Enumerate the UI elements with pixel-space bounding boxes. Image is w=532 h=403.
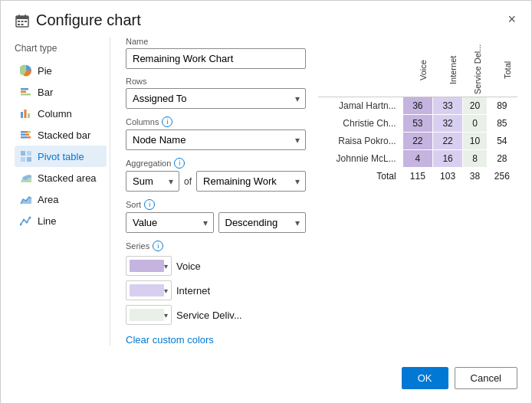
svg-rect-20 bbox=[21, 136, 27, 139]
svg-rect-10 bbox=[21, 91, 26, 93]
chart-type-stacked-bar-label: Stacked bar bbox=[38, 129, 90, 141]
svg-rect-6 bbox=[25, 21, 27, 22]
pivot-col-internet: Internet bbox=[432, 43, 462, 97]
chart-type-stacked-bar[interactable]: Stacked bar bbox=[15, 124, 107, 146]
cell-internet-2: 22 bbox=[432, 132, 462, 149]
dialog-title: Configure chart bbox=[36, 11, 141, 29]
dialog-footer: OK Cancel bbox=[1, 359, 531, 403]
sort-row: Value Descending bbox=[126, 212, 306, 233]
pivot-table: Voice Internet Service Del... Total Jama… bbox=[318, 43, 517, 185]
svg-rect-8 bbox=[21, 24, 24, 25]
chart-type-line-label: Line bbox=[38, 215, 57, 227]
configure-chart-dialog: Configure chart × Chart type Pie bbox=[0, 0, 532, 403]
dialog-body: Chart type Pie bbox=[1, 37, 531, 359]
series-internet-swatch bbox=[130, 284, 164, 297]
chart-type-area[interactable]: Area bbox=[15, 188, 107, 210]
series-service-color-box[interactable]: ▾ bbox=[126, 305, 172, 325]
chart-type-bar[interactable]: Bar bbox=[15, 81, 107, 103]
aggregation-field-wrapper: Remaining Work bbox=[196, 171, 306, 192]
sort-by-wrapper: Value bbox=[126, 212, 214, 233]
svg-rect-5 bbox=[21, 21, 24, 22]
sort-order-select[interactable]: Descending bbox=[218, 212, 307, 233]
pivot-icon bbox=[19, 149, 33, 163]
svg-rect-22 bbox=[21, 151, 25, 156]
svg-rect-14 bbox=[28, 113, 30, 118]
pivot-total-label: Total bbox=[318, 167, 402, 185]
columns-info-icon[interactable]: i bbox=[162, 116, 172, 127]
aggregation-func-select[interactable]: Sum bbox=[126, 171, 179, 192]
pie-icon bbox=[19, 64, 33, 77]
svg-rect-24 bbox=[21, 157, 25, 162]
chart-type-pie[interactable]: Pie bbox=[15, 60, 107, 81]
series-voice-color-box[interactable]: ▾ bbox=[126, 256, 172, 276]
cell-total-internet: 103 bbox=[432, 167, 462, 185]
rows-select[interactable]: Assigned To bbox=[126, 88, 306, 109]
chart-type-line[interactable]: Line bbox=[15, 210, 107, 231]
sort-by-select[interactable]: Value bbox=[126, 212, 214, 233]
chart-type-stacked-area[interactable]: Stacked area bbox=[15, 167, 107, 188]
rows-label: Rows bbox=[126, 77, 306, 86]
pivot-total-row: Total 115 103 38 256 bbox=[318, 167, 517, 185]
name-label: Name bbox=[126, 37, 306, 46]
close-button[interactable]: × bbox=[503, 10, 521, 29]
chart-type-column[interactable]: Column bbox=[15, 103, 107, 124]
series-info-icon[interactable]: i bbox=[153, 241, 163, 251]
series-voice-label: Voice bbox=[176, 260, 201, 272]
chart-type-bar-label: Bar bbox=[38, 87, 53, 98]
svg-rect-18 bbox=[21, 134, 25, 136]
area-icon bbox=[19, 192, 33, 206]
chart-type-pivot-label: Pivot table bbox=[38, 151, 84, 162]
table-row: Jamal Hartn... 36 33 20 89 bbox=[318, 97, 517, 114]
ok-button[interactable]: OK bbox=[402, 367, 448, 389]
svg-rect-9 bbox=[21, 88, 28, 90]
bar-icon bbox=[19, 85, 33, 99]
svg-rect-23 bbox=[27, 151, 31, 156]
svg-point-29 bbox=[29, 217, 31, 219]
cell-internet-1: 32 bbox=[432, 114, 462, 132]
column-icon bbox=[19, 106, 33, 120]
pivot-col-service: Service Del... bbox=[463, 43, 487, 97]
series-internet-chevron: ▾ bbox=[164, 287, 168, 295]
cell-voice-3: 4 bbox=[402, 149, 432, 167]
pivot-header-row: Voice Internet Service Del... Total bbox=[318, 43, 517, 97]
svg-rect-11 bbox=[21, 93, 31, 96]
table-row: Christie Ch... 53 32 0 85 bbox=[318, 114, 517, 132]
chart-type-area-label: Area bbox=[38, 194, 58, 205]
series-item-voice: ▾ Voice bbox=[126, 256, 306, 276]
calendar-icon bbox=[15, 13, 30, 28]
table-row: Raisa Pokro... 22 22 10 54 bbox=[318, 132, 517, 149]
clear-custom-colors-link[interactable]: Clear custom colors bbox=[126, 334, 214, 346]
series-voice-chevron: ▾ bbox=[164, 262, 168, 270]
svg-rect-13 bbox=[25, 110, 27, 118]
row-label-2: Raisa Pokro... bbox=[318, 132, 402, 149]
svg-rect-19 bbox=[25, 134, 29, 136]
chart-type-pivot-table[interactable]: Pivot table bbox=[15, 146, 107, 167]
cell-voice-2: 22 bbox=[402, 132, 432, 149]
chart-type-list: Pie Bar bbox=[15, 60, 107, 231]
svg-rect-1 bbox=[16, 16, 28, 19]
aggregation-info-icon[interactable]: i bbox=[174, 158, 185, 169]
columns-select[interactable]: Node Name bbox=[126, 129, 306, 150]
cancel-button[interactable]: Cancel bbox=[455, 367, 517, 389]
name-input[interactable] bbox=[126, 48, 306, 69]
cell-service-2: 10 bbox=[463, 132, 487, 149]
sort-order-wrapper: Descending bbox=[218, 212, 307, 233]
cell-total-3: 28 bbox=[487, 149, 517, 167]
chart-type-panel: Chart type Pie bbox=[15, 37, 107, 346]
sort-label: Sort i bbox=[126, 199, 306, 210]
series-item-internet: ▾ Internet bbox=[126, 280, 306, 300]
svg-rect-15 bbox=[21, 131, 25, 133]
cell-service-0: 20 bbox=[463, 97, 487, 114]
svg-rect-12 bbox=[21, 112, 23, 118]
cell-voice-0: 36 bbox=[402, 97, 432, 114]
series-internet-color-box[interactable]: ▾ bbox=[126, 280, 172, 300]
columns-label: Columns i bbox=[126, 116, 306, 127]
columns-select-wrapper: Node Name bbox=[126, 129, 306, 150]
aggregation-field-select[interactable]: Remaining Work bbox=[196, 171, 306, 192]
row-label-3: Johnnie McL... bbox=[318, 149, 402, 167]
svg-point-27 bbox=[23, 219, 25, 221]
form-panel: Name Rows Assigned To Columns i Node Nam… bbox=[113, 37, 318, 346]
cell-total-1: 85 bbox=[487, 114, 517, 132]
sort-info-icon[interactable]: i bbox=[144, 199, 155, 210]
chart-type-label: Chart type bbox=[15, 43, 107, 54]
